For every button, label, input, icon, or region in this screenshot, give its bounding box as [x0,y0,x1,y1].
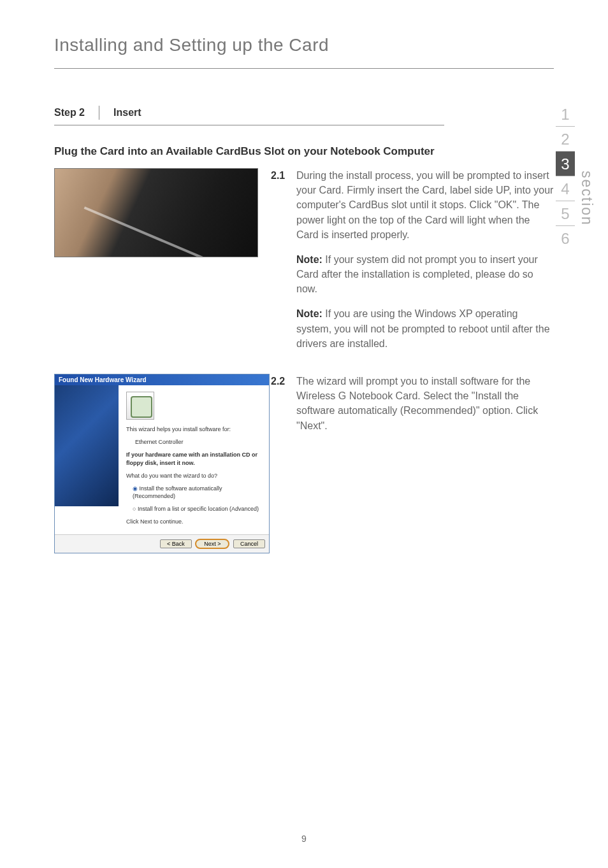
item-number: 2.2 [271,374,296,433]
step-header: Step 2 Insert [54,106,444,125]
tab-5[interactable]: 5 [556,201,575,226]
wizard-device-icon [126,392,154,420]
tab-1[interactable]: 1 [556,102,575,127]
wizard-device: Ethernet Controller [126,438,261,446]
note-text: If your system did not prompt you to ins… [296,254,538,294]
wizard-hint: If your hardware came with an installati… [126,451,261,466]
cancel-button[interactable]: Cancel [233,539,265,548]
wizard-line: This wizard helps you install software f… [126,425,261,433]
list-item: 2.2 The wizard will prompt you to instal… [271,374,554,433]
wizard-footer: < Back Next > Cancel [55,534,269,553]
step-number: Step 2 [54,106,99,120]
tab-6[interactable]: 6 [556,226,575,246]
item-body: During the install process, you will be … [296,170,553,240]
wizard-sidebar-image [55,385,119,506]
wizard-question: What do you want the wizard to do? [126,472,261,480]
found-new-hardware-wizard: Found New Hardware Wizard This wizard he… [54,374,270,553]
wizard-option-recommended[interactable]: Install the software automatically (Reco… [126,485,261,500]
wizard-continue: Click Next to continue. [126,518,261,525]
subheading: Plug the Card into an Available CardBus … [54,145,454,159]
section-label: section [578,171,595,226]
row-2-1: 2.1 During the install process, you will… [54,168,554,361]
tab-4[interactable]: 4 [556,176,575,201]
section-tabs: 1 2 3 4 5 6 [556,102,575,246]
page-title: Installing and Setting up the Card [54,35,554,69]
tab-3[interactable]: 3 [556,152,575,176]
note-text: If you are using the Windows XP operatin… [296,308,550,348]
note-label: Note: [296,308,322,319]
row-2-2: Found New Hardware Wizard This wizard he… [54,374,554,553]
list-item: 2.1 During the install process, you will… [271,168,554,351]
next-button[interactable]: Next > [195,539,229,549]
insert-card-photo [54,168,258,257]
wizard-thumbnail: Found New Hardware Wizard This wizard he… [54,374,258,553]
item-number: 2.1 [271,168,296,351]
tab-2[interactable]: 2 [556,127,575,152]
photo-thumbnail [54,168,258,257]
page-number: 9 [0,834,608,844]
wizard-titlebar: Found New Hardware Wizard [55,374,269,385]
back-button[interactable]: < Back [160,539,192,548]
item-body: The wizard will prompt you to install so… [296,374,554,433]
wizard-option-advanced[interactable]: Install from a list or specific location… [126,505,261,513]
step-name: Insert [99,107,141,118]
note-label: Note: [296,254,322,265]
